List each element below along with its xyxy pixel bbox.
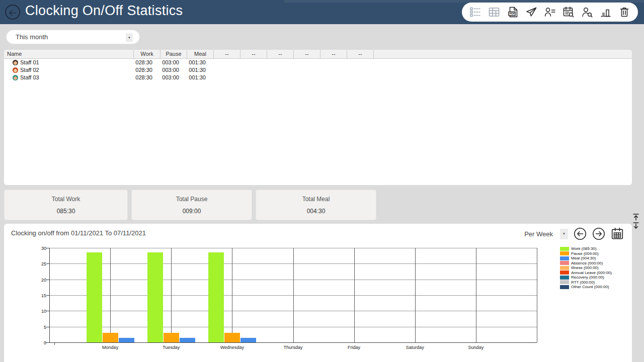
gridline-v [293,248,294,342]
legend-label: Work (085:30) [571,246,597,251]
table-header-row: NameWorkPauseMeal------------ [4,50,632,59]
legend-item: RTT (000:00) [560,280,612,285]
period-mode-value: Per Week [524,230,553,238]
toolbar: PDF [462,3,638,22]
gridline-v [415,248,416,342]
gridline-v [476,248,476,342]
person-search-icon[interactable] [581,6,593,18]
blank-value [267,74,293,81]
bar-tuesday [147,252,163,342]
column-header-blank-5[interactable]: -- [240,50,267,58]
column-header-work[interactable]: Work [133,50,160,58]
x-axis-tick [54,342,55,345]
column-header-blank-9[interactable]: -- [347,50,373,58]
app-header: Clocking On/Off Statistics PDF [0,0,644,24]
column-header-meal[interactable]: Meal [187,50,213,58]
person-details-icon[interactable] [544,6,556,18]
blank-value [293,66,320,74]
gridline-v [354,248,355,342]
total-pause-card: Total Pause 009:00 [131,190,252,220]
table-row[interactable]: Staff 01028:30003:00001:30 [4,59,632,66]
total-work-card: Total Work 085:30 [4,190,128,220]
legend-item: Absence (000:00) [560,261,612,266]
details-list-icon[interactable] [469,6,481,18]
blank-value [240,74,267,81]
y-axis-label: 0 [33,340,46,345]
blank-value [320,66,347,74]
chart-calendar-button[interactable] [611,227,624,240]
chart-controls: Per Week ▼ [524,226,624,241]
total-meal-card: Total Meal 004:30 [256,190,376,220]
legend-item: Work (085:30) [560,246,612,251]
legend-item: Annual Leave (000:00) [560,270,612,276]
row-filler [373,74,632,81]
column-header-name[interactable]: Name [4,50,133,58]
blank-value [347,59,373,66]
meal-value: 001:30 [187,66,213,74]
bar-chart-icon[interactable] [600,6,612,18]
y-axis-tick [46,311,49,311]
column-header-blank-4[interactable]: -- [213,50,240,58]
previous-week-button[interactable] [574,227,587,240]
chart-title: Clocking on/off from 01/11/2021 To 07/11… [11,229,146,237]
collapse-up-icon[interactable] [630,213,641,221]
x-axis-label: Sunday [453,345,499,350]
bar-monday [87,252,102,342]
legend-label: RTT (000:00) [571,280,595,285]
blank-value [267,66,293,74]
page-title: Clocking On/Off Statistics [25,3,183,19]
panel-resize-controls [630,213,642,230]
blank-value [240,66,267,74]
row-filler [373,66,632,74]
bar-monday [119,338,134,342]
column-header-blank-6[interactable]: -- [267,50,293,58]
legend-swatch [560,276,569,280]
bar-tuesday [164,333,179,342]
column-header-blank-8[interactable]: -- [320,50,347,58]
y-axis-label: 20 [33,278,46,283]
table-row[interactable]: Staff 03028:30003:00001:30 [4,74,632,81]
legend-label: Recovery (000:00) [571,275,604,280]
gridline-v [171,248,172,342]
legend-swatch [560,280,569,284]
y-axis-label: 15 [33,293,46,298]
y-axis-label: 5 [33,325,46,330]
pause-value: 003:00 [160,74,187,81]
send-icon[interactable] [525,6,537,18]
row-filler [373,59,632,66]
bar-wednesday [240,338,256,342]
blank-value [293,59,320,66]
svg-text:PDF: PDF [510,12,515,15]
legend-label: Annual Leave (000:00) [571,270,612,275]
period-mode-dropdown[interactable]: Per Week ▼ [524,229,568,239]
y-axis-tick [46,327,49,327]
pdf-export-icon[interactable]: PDF [507,6,519,18]
schedule-search-icon[interactable] [562,6,575,18]
blank-value [347,74,373,81]
delete-icon[interactable] [618,6,630,18]
avatar [13,67,18,73]
table-row[interactable]: Staff 02028:30003:00001:30 [4,66,632,74]
staff-table: NameWorkPauseMeal------------ Staff 0102… [4,50,632,185]
chart-legend: Work (085:30)Pause (009:00)Meal (004:30)… [560,246,612,290]
table-view-icon[interactable] [488,6,500,18]
legend-label: Pause (009:00) [571,251,599,256]
bar-wednesday [208,252,224,342]
column-header-blank-7[interactable]: -- [293,50,320,58]
period-dropdown[interactable]: This month ▼ [6,30,140,44]
expand-down-icon[interactable] [630,222,641,230]
y-axis-tick [46,295,49,296]
blank-value [213,74,240,81]
gridline-v [537,248,537,342]
avatar [13,60,18,65]
column-header-pause[interactable]: Pause [160,50,187,58]
legend-swatch [560,247,569,251]
back-button[interactable] [5,5,20,20]
y-axis-label: 30 [33,246,46,251]
legend-item: Other Count (000:00) [560,285,612,290]
next-week-button[interactable] [592,227,605,240]
column-header-filler [373,50,632,58]
y-axis [49,248,50,343]
x-axis-label: Wednesday [209,345,255,350]
legend-swatch [560,256,569,260]
